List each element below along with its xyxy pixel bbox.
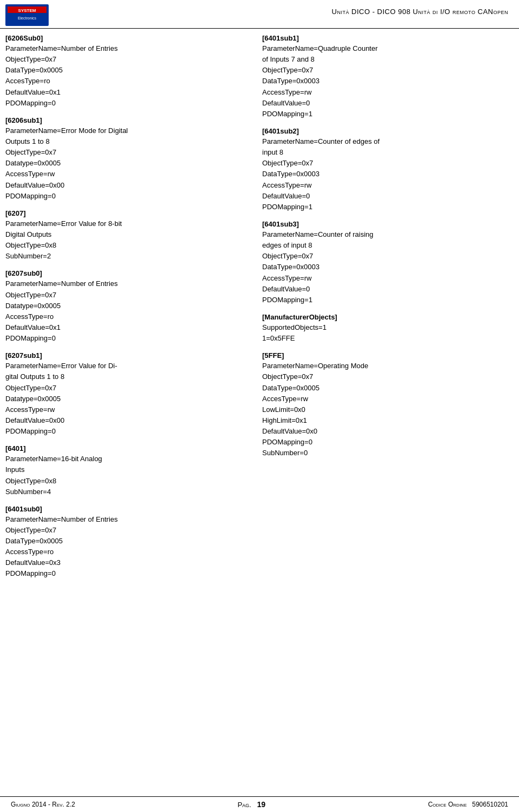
entry-line: ParameterName=Counter of edges of [262, 136, 508, 147]
entry-body-6207: ParameterName=Error Value for 8-bitDigit… [5, 218, 251, 262]
entry-ManufacturerObjects: [ManufacturerObjects]SupportedObjects=11… [262, 313, 508, 344]
entry-line: DataType=0x0005 [5, 536, 251, 547]
entry-line: DataType=0x0003 [262, 76, 508, 86]
entry-5FFE: [5FFE]ParameterName=Operating ModeObject… [262, 351, 508, 458]
entry-body-6401sub1: ParameterName=Quadruple Counterof Inputs… [262, 43, 508, 119]
page-footer: Giugno 2014 - Rev. 2.2 Pag. 19 Codice Or… [0, 796, 519, 812]
entry-body-6207sub1: ParameterName=Error Value for Di-gital O… [5, 361, 251, 437]
page-header: SYSTEM Electronics Unità DICO - DICO 908… [0, 0, 519, 29]
entry-line: ParameterName=Number of Entries [5, 278, 251, 289]
codice-label: Codice Ordine [428, 801, 467, 808]
entry-line: ParameterName=Counter of raising [262, 229, 508, 240]
entry-line: DataType=0x0003 [262, 169, 508, 179]
entry-line: ObjectType=0x7 [5, 383, 251, 394]
entry-line: DefaultValue=0 [262, 191, 508, 202]
main-content: [6206Sub0]ParameterName=Number of Entrie… [0, 29, 519, 620]
entry-line: AccessType=rw [262, 273, 508, 284]
entry-line: PDOMapping=1 [262, 109, 508, 119]
footer-center: Pag. 19 [237, 800, 265, 809]
entry-title-6401sub2: [6401sub2] [262, 127, 508, 135]
entry-line: HighLimit=0x1 [262, 415, 508, 426]
entry-line: ObjectType=0x7 [262, 65, 508, 76]
entry-line: AccessType=rw [262, 180, 508, 191]
entry-title-6401sub3: [6401sub3] [262, 220, 508, 228]
entry-body-6401sub2: ParameterName=Counter of edges ofinput 8… [262, 136, 508, 212]
entry-title-5FFE: [5FFE] [262, 351, 508, 360]
entry-line: ParameterName=Error Value for 8-bit [5, 218, 251, 229]
entry-line: DefaultValue=0 [262, 98, 508, 109]
entry-line: DefaultValue=0x1 [5, 322, 251, 333]
entry-6206Sub0: [6206Sub0]ParameterName=Number of Entrie… [5, 34, 251, 109]
entry-line: 1=0x5FFE [262, 333, 508, 344]
entry-line: AccesType=ro [5, 76, 251, 86]
entry-line: DefaultValue=0 [262, 284, 508, 295]
entry-title-6207: [6207] [5, 209, 251, 217]
entry-line: ObjectType=0x8 [5, 240, 251, 251]
entry-body-6401sub0: ParameterName=Number of EntriesObjectTyp… [5, 514, 251, 580]
entry-line: ParameterName=Number of Entries [5, 514, 251, 525]
header-title: Unità DICO - DICO 908 Unità di I/O remot… [332, 4, 508, 16]
svg-text:Electronics: Electronics [18, 16, 37, 20]
entry-line: AccesType=rw [262, 394, 508, 404]
entry-body-6401: ParameterName=16-bit AnalogInputsObjectT… [5, 454, 251, 497]
entry-line: PDOMapping=1 [262, 202, 508, 212]
entry-line: DefaultValue=0x1 [5, 87, 251, 98]
right-column: [6401sub1]ParameterName=Quadruple Counte… [257, 34, 508, 587]
entry-line: Inputs [5, 464, 251, 475]
entry-line: DataType=0x0005 [262, 383, 508, 394]
entry-line: edges of input 8 [262, 240, 508, 251]
entry-line: ObjectType=0x7 [262, 158, 508, 169]
entry-6401sub1: [6401sub1]ParameterName=Quadruple Counte… [262, 34, 508, 119]
entry-line: AccessType=ro [5, 547, 251, 557]
page-label: Pag. [237, 801, 251, 809]
entry-line: SubNumber=4 [5, 487, 251, 497]
entry-line: DefaultValue=0x3 [5, 557, 251, 568]
entry-line: PDOMapping=1 [262, 295, 508, 305]
entry-line: LowLimit=0x0 [262, 404, 508, 415]
entry-line: ParameterName=Quadruple Counter [262, 43, 508, 54]
entry-line: Datatype=0x0005 [5, 301, 251, 311]
entry-title-6207sub1: [6207sub1] [5, 351, 251, 360]
entry-6207sub0: [6207sub0]ParameterName=Number of Entrie… [5, 269, 251, 344]
entry-line: input 8 [262, 147, 508, 158]
entry-line: AccessType=rw [5, 404, 251, 415]
entry-line: PDOMapping=0 [5, 333, 251, 344]
entry-title-6401: [6401] [5, 444, 251, 452]
entry-6401sub2: [6401sub2]ParameterName=Counter of edges… [262, 127, 508, 212]
entry-line: PDOMapping=0 [5, 426, 251, 437]
footer-left: Giugno 2014 - Rev. 2.2 [11, 801, 75, 808]
entry-line: AccessType=rw [262, 87, 508, 98]
entry-body-6206sub1: ParameterName=Error Mode for DigitalOutp… [5, 125, 251, 202]
entry-line: ObjectType=0x8 [5, 476, 251, 487]
entry-title-6401sub0: [6401sub0] [5, 505, 251, 513]
entry-line: SupportedObjects=1 [262, 322, 508, 333]
entry-line: ObjectType=0x7 [262, 371, 508, 382]
entry-line: of Inputs 7 and 8 [262, 54, 508, 65]
entry-line: DefaultValue=0x0 [262, 426, 508, 437]
entry-title-6401sub1: [6401sub1] [262, 34, 508, 42]
entry-line: ParameterName=Number of Entries [5, 43, 251, 54]
entry-line: ParameterName=Error Value for Di- [5, 361, 251, 371]
entry-line: ObjectType=0x7 [5, 290, 251, 301]
entry-line: Outputs 1 to 8 [5, 136, 251, 147]
entry-line: ParameterName=16-bit Analog [5, 454, 251, 464]
entry-line: AccessType=ro [5, 311, 251, 322]
entry-line: SubNumber=2 [5, 251, 251, 262]
entry-title-6206sub1: [6206sub1] [5, 116, 251, 124]
entry-line: ObjectType=0x7 [262, 251, 508, 262]
entry-body-6206Sub0: ParameterName=Number of EntriesObjectTyp… [5, 43, 251, 109]
entry-line: ObjectType=0x7 [5, 54, 251, 65]
entry-title-6207sub0: [6207sub0] [5, 269, 251, 277]
entry-line: PDOMapping=0 [5, 568, 251, 579]
entry-6206sub1: [6206sub1]ParameterName=Error Mode for D… [5, 116, 251, 202]
entry-6401sub3: [6401sub3]ParameterName=Counter of raisi… [262, 220, 508, 305]
entry-title-ManufacturerObjects: [ManufacturerObjects] [262, 313, 508, 321]
entry-line: ObjectType=0x7 [5, 525, 251, 536]
left-column: [6206Sub0]ParameterName=Number of Entrie… [5, 34, 257, 587]
company-logo: SYSTEM Electronics [5, 4, 49, 26]
entry-line: DataType=0x0003 [262, 262, 508, 272]
entry-6207sub1: [6207sub1]ParameterName=Error Value for … [5, 351, 251, 437]
entry-line: DataType=0x0005 [5, 65, 251, 76]
entry-6207: [6207]ParameterName=Error Value for 8-bi… [5, 209, 251, 262]
entry-body-6207sub0: ParameterName=Number of EntriesObjectTyp… [5, 278, 251, 344]
